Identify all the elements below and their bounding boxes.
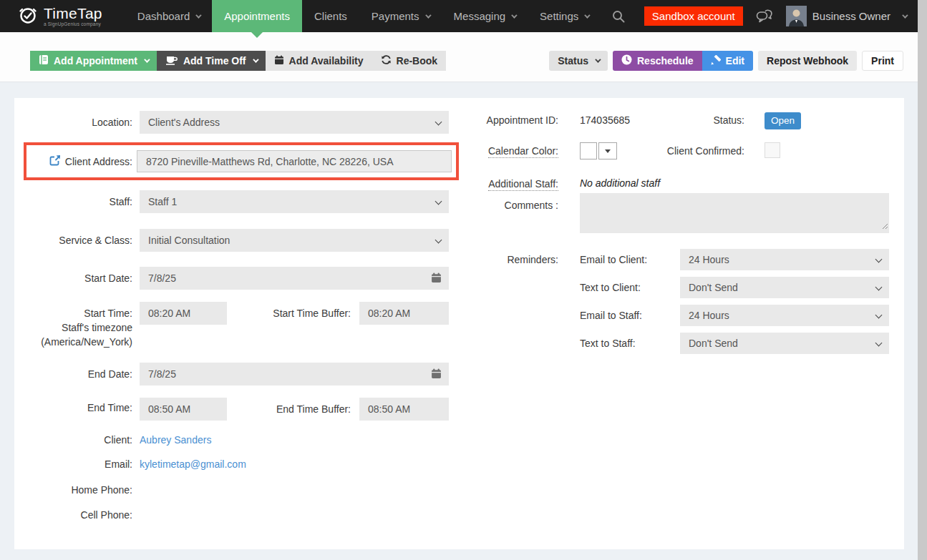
additional-staff-value: No additional staff: [580, 177, 660, 189]
availability-button-group: Add Availability Re-Book: [266, 51, 447, 71]
staff-label: Staff:: [14, 196, 140, 207]
chevron-down-icon: [195, 12, 201, 18]
refresh-icon: [381, 54, 397, 67]
navbar-right: Sandbox account Business Own: [644, 0, 918, 32]
client-email-link[interactable]: kyletimetap@gmail.com: [140, 458, 246, 470]
chevron-down-icon: [875, 284, 883, 291]
comments-label: Comments :: [444, 200, 558, 211]
client-name-link[interactable]: Aubrey Sanders: [140, 434, 211, 446]
add-appointment-button[interactable]: Add Appointment: [30, 51, 157, 71]
status-dropdown-button[interactable]: Status: [549, 51, 608, 71]
service-class-label: Service & Class:: [14, 235, 140, 246]
status-label: Status:: [630, 114, 744, 126]
rebook-button[interactable]: Re-Book: [372, 51, 447, 71]
text-to-client-select[interactable]: Don't Send: [680, 277, 889, 298]
brand-name: TimeTap: [44, 6, 102, 21]
user-role-label: Business Owner: [812, 10, 890, 22]
appointment-detail-page: TimeTap a SignUpGenius company Dashboard…: [0, 0, 927, 560]
location-label: Location:: [14, 117, 140, 128]
chevron-down-icon: [875, 256, 883, 263]
end-date-input[interactable]: 7/8/25: [140, 363, 449, 385]
timetap-logo[interactable]: TimeTap a SignUpGenius company: [0, 0, 112, 32]
client-address-highlight: Client Address: 8720 Pineville-Matthews …: [24, 142, 459, 180]
chevron-down-icon: [144, 57, 150, 62]
chevron-down-icon: [875, 340, 883, 347]
chevron-down-icon: [902, 12, 908, 18]
user-menu[interactable]: Business Owner: [786, 6, 906, 26]
book-icon: [39, 54, 54, 67]
print-button[interactable]: Print: [862, 51, 903, 71]
external-link-icon[interactable]: [49, 154, 61, 168]
add-availability-button[interactable]: Add Availability: [266, 51, 372, 71]
calendar-color-swatch[interactable]: [580, 142, 597, 159]
chevron-down-icon: [425, 12, 431, 18]
vertical-scrollbar[interactable]: [918, 0, 927, 560]
staff-select[interactable]: Staff 1: [140, 190, 449, 213]
staff-timezone-note-line2: (America/New_York): [14, 335, 132, 349]
email-to-client-label: Email to Client:: [580, 249, 676, 270]
nav-item-settings[interactable]: Settings: [528, 0, 601, 32]
status-badge: Open: [765, 112, 801, 129]
client-confirmed-label: Client Confirmed:: [630, 145, 744, 157]
alarm-clock-icon: [17, 4, 39, 29]
start-time-label: Start Time: Staff's timezone (America/Ne…: [14, 302, 140, 349]
email-label: Email:: [14, 458, 140, 470]
start-time-buffer-label: Start Time Buffer:: [227, 302, 351, 316]
text-to-client-label: Text to Client:: [580, 277, 676, 298]
avatar: [786, 6, 807, 26]
edit-button[interactable]: Edit: [702, 51, 753, 71]
start-time-input[interactable]: 08:20 AM: [140, 302, 227, 325]
nav-item-dashboard[interactable]: Dashboard: [125, 0, 212, 32]
client-label: Client:: [14, 434, 140, 446]
end-time-input[interactable]: 08:50 AM: [140, 398, 227, 421]
end-time-buffer-input[interactable]: 08:50 AM: [359, 398, 449, 421]
start-time-buffer-input[interactable]: 08:20 AM: [359, 302, 449, 325]
end-time-label: End Time:: [14, 398, 140, 413]
repost-webhook-button[interactable]: Repost Webhook: [758, 51, 857, 71]
text-to-staff-label: Text to Staff:: [580, 333, 676, 354]
client-address-label: Client Address:: [65, 156, 132, 167]
calendar-icon: [431, 272, 442, 283]
client-address-input[interactable]: 8720 Pineville-Matthews Rd, Charlotte, N…: [137, 150, 452, 172]
end-date-label: End Date:: [14, 368, 140, 380]
chevron-down-icon: [253, 57, 258, 62]
start-date-input[interactable]: 7/8/25: [140, 267, 449, 290]
additional-staff-label: Additional Staff:: [444, 178, 558, 190]
location-select[interactable]: Client's Address: [140, 111, 449, 134]
clock-icon: [621, 54, 637, 67]
email-to-client-select[interactable]: 24 Hours: [680, 249, 889, 270]
toolbar-left-group: Add Appointment Add Time Off: [30, 51, 446, 71]
email-to-staff-label: Email to Staff:: [580, 305, 676, 326]
chevron-down-icon: [435, 119, 442, 126]
sandbox-account-badge: Sandbox account: [644, 6, 743, 26]
calendar-color-label: Calendar Color:: [444, 145, 558, 157]
add-time-off-button[interactable]: Add Time Off: [157, 51, 266, 71]
toolbar-right-group: Status Reschedule: [549, 51, 903, 71]
calendar-color-control: [580, 142, 617, 159]
brand-tagline: a SignUpGenius company: [44, 22, 102, 27]
main-nav: Dashboard Appointments Clients Payments …: [125, 0, 636, 32]
service-class-select[interactable]: Initial Consultation: [140, 229, 449, 252]
calendar-icon: [431, 368, 442, 379]
nav-item-clients[interactable]: Clients: [302, 0, 359, 32]
client-confirmed-checkbox[interactable]: [765, 142, 780, 158]
pencil-icon: [711, 55, 726, 67]
chevron-down-icon: [435, 237, 442, 244]
resize-handle-icon[interactable]: [881, 219, 888, 232]
appointment-id-value: 174035685: [580, 114, 630, 126]
chevron-down-icon: [584, 12, 590, 18]
comments-textarea[interactable]: [580, 193, 889, 233]
staff-timezone-note-line1: Staff's timezone: [14, 320, 132, 335]
nav-item-payments[interactable]: Payments: [359, 0, 442, 32]
nav-item-appointments[interactable]: Appointments: [212, 0, 302, 32]
reschedule-button[interactable]: Reschedule: [613, 51, 702, 71]
coffee-cup-icon: [165, 55, 183, 67]
text-to-staff-select[interactable]: Don't Send: [680, 333, 889, 354]
end-time-buffer-label: End Time Buffer:: [227, 398, 351, 412]
email-to-staff-select[interactable]: 24 Hours: [680, 305, 889, 326]
nav-item-messaging[interactable]: Messaging: [442, 0, 528, 32]
search-icon[interactable]: [601, 0, 636, 32]
calendar-color-dropdown[interactable]: [598, 142, 617, 159]
home-phone-label: Home Phone:: [14, 484, 140, 496]
chat-bubbles-icon[interactable]: [756, 9, 773, 24]
